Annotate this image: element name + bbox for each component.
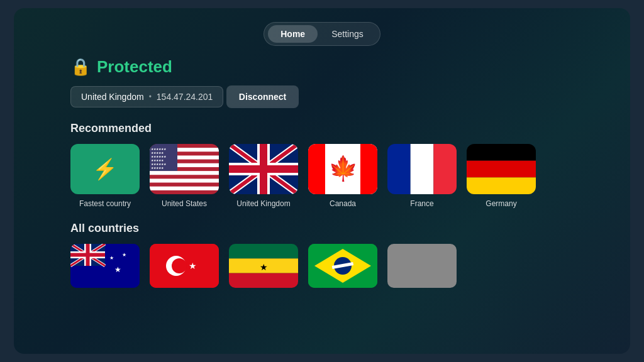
svg-rect-28	[411, 144, 434, 194]
svg-text:★: ★	[260, 262, 268, 272]
flag-box-ca: 🍁	[308, 144, 377, 194]
svg-rect-24	[308, 144, 325, 194]
svg-rect-27	[387, 144, 411, 194]
status-label: Protected	[97, 57, 172, 77]
connection-dot: •	[149, 92, 152, 101]
gh-flag-svg: ★	[229, 244, 298, 288]
all-countries-label: All countries	[70, 222, 574, 235]
flag-box-other	[387, 244, 457, 288]
flag-box-de	[467, 144, 536, 194]
flag-box-au: ★ ★ ★	[70, 244, 140, 288]
country-card-fastest[interactable]: ⚡ Fastest country	[70, 144, 140, 208]
svg-text:★: ★	[122, 252, 126, 258]
connection-info: United Kingdom • 154.47.24.201	[70, 86, 223, 107]
tr-flag-svg: ★	[150, 244, 219, 288]
country-card-de[interactable]: Germany	[467, 144, 536, 208]
svg-rect-31	[467, 161, 536, 178]
svg-text:★★★★★: ★★★★★	[151, 166, 164, 170]
svg-point-48	[172, 258, 187, 273]
svg-text:★: ★	[109, 255, 114, 261]
svg-rect-30	[467, 144, 536, 161]
flag-box-br	[308, 244, 377, 288]
uk-flag-svg	[229, 144, 298, 194]
lock-icon: 🔒	[70, 57, 91, 77]
svg-rect-25	[360, 144, 377, 194]
svg-rect-4	[150, 171, 219, 175]
country-card-ca[interactable]: 🍁 Canada	[308, 144, 377, 208]
flag-box-us: ★★★★★★ ★★★★★ ★★★★★★ ★★★★★ ★★★★★★ ★★★★★	[150, 144, 219, 194]
de-flag-svg	[467, 144, 536, 194]
connection-ip: 154.47.24.201	[157, 92, 213, 102]
tv-frame: Home Settings 🔒 Protected United Kingdom…	[14, 8, 630, 354]
fr-label: France	[410, 199, 433, 208]
svg-rect-29	[433, 144, 457, 194]
disconnect-button[interactable]: Disconnect	[226, 85, 299, 108]
fr-flag-svg	[387, 144, 457, 194]
nav-bar: Home Settings	[264, 8, 380, 46]
recommended-grid: ⚡ Fastest country	[70, 144, 574, 208]
country-card-gh[interactable]: ★	[229, 244, 298, 288]
flag-box-tr: ★	[150, 244, 219, 288]
country-card-br[interactable]	[308, 244, 377, 288]
flag-box-fr	[387, 144, 457, 194]
uk-label: United Kingdom	[236, 199, 290, 208]
tab-settings[interactable]: Settings	[319, 25, 376, 43]
country-card-fr[interactable]: France	[387, 144, 457, 208]
svg-rect-6	[150, 187, 219, 190]
country-card-other[interactable]	[387, 244, 457, 288]
main-content: 🔒 Protected United Kingdom • 154.47.24.2…	[14, 57, 630, 288]
svg-text:★: ★	[189, 261, 197, 271]
br-flag-svg	[308, 244, 377, 288]
us-label: United States	[162, 199, 207, 208]
fastest-box: ⚡	[70, 144, 140, 194]
svg-text:★: ★	[114, 265, 121, 274]
tab-home[interactable]: Home	[268, 25, 318, 43]
nav-pill: Home Settings	[264, 22, 380, 46]
de-label: Germany	[486, 199, 516, 208]
bolt-icon: ⚡	[92, 157, 118, 181]
country-card-au[interactable]: ★ ★ ★	[70, 244, 140, 288]
ca-flag-svg: 🍁	[308, 144, 377, 194]
flag-box-gh: ★	[229, 244, 298, 288]
country-card-us[interactable]: ★★★★★★ ★★★★★ ★★★★★★ ★★★★★ ★★★★★★ ★★★★★ U…	[150, 144, 219, 208]
ca-label: Canada	[330, 199, 356, 208]
svg-rect-42	[70, 253, 105, 257]
svg-rect-5	[150, 178, 219, 182]
recommended-label: Recommended	[70, 122, 574, 135]
us-flag-svg: ★★★★★★ ★★★★★ ★★★★★★ ★★★★★ ★★★★★★ ★★★★★	[150, 144, 219, 194]
svg-rect-22	[229, 165, 298, 173]
fastest-label: Fastest country	[79, 199, 131, 208]
all-countries-row: ★ ★ ★ ★	[70, 244, 574, 288]
connection-country: United Kingdom	[81, 92, 144, 102]
country-card-tr[interactable]: ★	[150, 244, 219, 288]
svg-rect-50	[229, 244, 298, 258]
flag-box-uk	[229, 144, 298, 194]
status-row: 🔒 Protected	[70, 57, 574, 77]
au-flag-svg: ★ ★ ★	[70, 244, 140, 288]
country-card-uk[interactable]: United Kingdom	[229, 144, 298, 208]
svg-rect-32	[467, 177, 536, 194]
svg-text:🍁: 🍁	[328, 154, 358, 183]
svg-rect-52	[229, 273, 298, 288]
